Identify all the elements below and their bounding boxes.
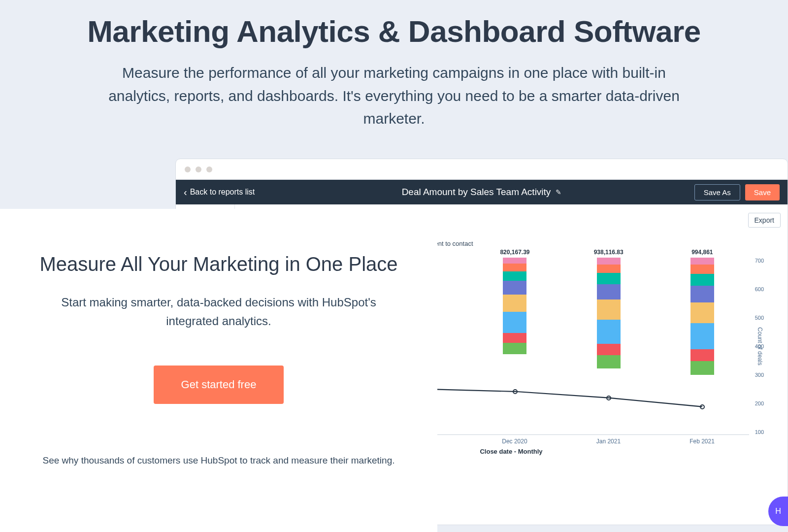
y-ticks-right: 700600500400300200100: [755, 258, 764, 435]
save-as-button[interactable]: Save As: [694, 184, 740, 200]
bar-value-label: 938,116.83: [574, 249, 643, 256]
app-header: ‹ Back to reports list Deal Amount by Sa…: [176, 180, 788, 204]
cta-subtext: Start making smarter, data-backed decisi…: [39, 293, 398, 331]
export-button[interactable]: Export: [748, 213, 781, 228]
chevron-left-icon: ‹: [184, 187, 187, 198]
bar-column: 938,116.83: [597, 258, 621, 368]
traffic-light-icon: [185, 166, 191, 172]
cta-card: Measure All Your Marketing in One Place …: [0, 209, 437, 532]
line-point: [700, 404, 705, 409]
edit-icon[interactable]: ✎: [556, 188, 561, 196]
page-title: Marketing Analytics & Dashboard Software: [0, 0, 788, 49]
page-subtitle: Measure the performance of all your mark…: [108, 62, 680, 131]
report-title: Deal Amount by Sales Team Activity ✎: [402, 187, 562, 198]
get-started-button[interactable]: Get started free: [154, 366, 284, 404]
bar-value-label: 994,861: [668, 249, 737, 256]
header-actions: Save As Save: [694, 184, 780, 200]
traffic-light-icon: [196, 166, 201, 172]
cta-why-text: See why thousands of customers use HubSp…: [39, 453, 398, 468]
back-link[interactable]: ‹ Back to reports list: [184, 187, 255, 198]
cta-heading: Measure All Your Marketing in One Place: [39, 253, 398, 275]
report-title-text: Deal Amount by Sales Team Activity: [402, 187, 551, 198]
bar-value-label: 820,167.39: [480, 249, 549, 256]
save-button[interactable]: Save: [745, 184, 780, 200]
line-point: [513, 389, 518, 394]
back-link-label: Back to reports list: [190, 188, 255, 197]
bar-column: 820,167.39: [503, 258, 526, 354]
line-point: [606, 396, 611, 400]
bar-column: 994,861: [690, 258, 714, 375]
window-titlebar: [176, 159, 788, 180]
traffic-light-icon: [206, 166, 212, 172]
